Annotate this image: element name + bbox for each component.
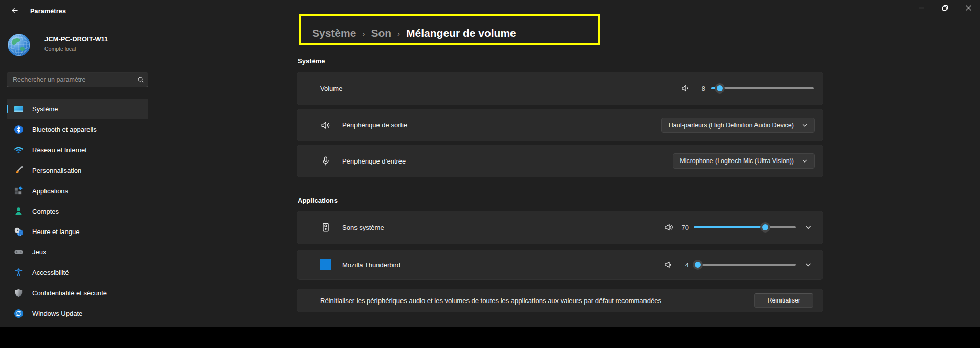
reset-button[interactable]: Réinitialiser (754, 293, 813, 308)
system-sounds-label: Sons système (342, 224, 384, 231)
output-device-card: Périphérique de sortie Haut-parleurs (Hi… (297, 109, 823, 141)
restore-icon (942, 4, 948, 13)
slider-track (694, 264, 796, 266)
output-device-label: Périphérique de sortie (342, 121, 407, 129)
chevron-down-icon (801, 158, 808, 164)
thunderbird-card: Mozilla Thunderbird 4 (297, 250, 823, 280)
thunderbird-value: 4 (679, 261, 689, 269)
apps-icon (14, 186, 24, 196)
thunderbird-expander[interactable] (800, 261, 816, 268)
microphone-icon (320, 155, 332, 167)
accessibility-icon (14, 268, 24, 277)
taskbar-area (0, 327, 980, 348)
input-device-dropdown[interactable]: Microphone (Logitech Mic (Ultra Vision)) (673, 153, 815, 169)
close-button[interactable] (956, 0, 980, 16)
sidebar-item-label: Réseau et Internet (32, 146, 87, 154)
sidebar-item-systeme[interactable]: Système (7, 99, 148, 119)
network-icon (14, 145, 24, 155)
sidebar-item-confidentialite[interactable]: Confidentialité et sécurité (7, 283, 148, 303)
sidebar-item-reseau[interactable]: Réseau et Internet (7, 140, 148, 160)
restore-button[interactable] (933, 0, 956, 16)
sidebar-nav: Système Bluetooth et appareils Réseau et… (7, 99, 148, 323)
slider-thumb[interactable] (715, 83, 725, 94)
input-device-label: Périphérique d’entrée (342, 157, 406, 165)
breadcrumb-son[interactable]: Son (371, 27, 391, 39)
window-controls (909, 0, 980, 16)
system-sounds-value: 70 (679, 224, 689, 231)
thunderbird-app-icon (320, 259, 332, 270)
speaker-loud-icon[interactable] (664, 222, 674, 233)
breadcrumb-systeme[interactable]: Système (312, 27, 356, 39)
system-icon (14, 104, 24, 114)
input-device-value: Microphone (Logitech Mic (Ultra Vision)) (680, 157, 794, 165)
volume-slider[interactable] (711, 83, 814, 94)
sidebar-item-label: Jeux (32, 248, 46, 256)
sidebar-item-bluetooth[interactable]: Bluetooth et appareils (7, 119, 148, 140)
chevron-down-icon (801, 122, 808, 128)
breadcrumb-separator: › (397, 29, 400, 38)
sidebar-item-applications[interactable]: Applications (7, 180, 148, 201)
privacy-icon (14, 288, 24, 298)
minimize-icon (919, 4, 924, 13)
gaming-icon (14, 247, 24, 257)
slider-thumb[interactable] (693, 260, 703, 270)
bluetooth-icon (14, 125, 24, 134)
system-sounds-card: Sons système 70 (297, 211, 823, 244)
thunderbird-slider[interactable] (694, 259, 796, 270)
back-arrow-icon (11, 7, 18, 16)
windows-update-icon (14, 309, 24, 318)
back-button[interactable] (5, 4, 24, 18)
speaker-quiet-icon[interactable] (664, 260, 674, 270)
app-title: Paramètres (30, 8, 66, 15)
speaker-low-icon[interactable] (681, 83, 691, 94)
volume-value: 8 (697, 85, 705, 92)
output-device-value: Haut-parleurs (High Definition Audio Dev… (669, 122, 794, 129)
sidebar-item-label: Confidentialité et sécurité (32, 289, 107, 297)
time-language-icon (14, 227, 24, 237)
reset-description: Réinitialiser les périphériques audio et… (320, 297, 661, 305)
user-avatar[interactable] (8, 34, 30, 56)
sidebar-item-label: Applications (32, 187, 68, 195)
reset-card: Réinitialiser les périphériques audio et… (297, 289, 823, 312)
sidebar-item-comptes[interactable]: Comptes (7, 201, 148, 221)
sidebar-item-label: Heure et langue (32, 228, 80, 236)
sidebar-item-accessibilite[interactable]: Accessibilité (7, 262, 148, 283)
system-sounds-slider[interactable] (694, 222, 796, 233)
sidebar-item-jeux[interactable]: Jeux (7, 242, 148, 262)
system-sounds-expander[interactable] (800, 224, 816, 231)
breadcrumb-separator: › (362, 29, 365, 38)
personalization-icon (14, 166, 24, 175)
sidebar-item-label: Accessibilité (32, 269, 69, 276)
device-name: JCM-PC-DROIT-W11 (44, 35, 108, 43)
sidebar-item-windows-update[interactable]: Windows Update (7, 303, 148, 323)
sidebar-item-label: Windows Update (32, 310, 82, 317)
volume-label: Volume (320, 85, 342, 92)
accounts-icon (14, 206, 24, 216)
thunderbird-label: Mozilla Thunderbird (342, 261, 400, 269)
account-type: Compte local (44, 45, 76, 52)
slider-track (711, 87, 814, 89)
minimize-button[interactable] (909, 0, 933, 16)
slider-thumb[interactable] (760, 222, 770, 233)
search-input[interactable] (7, 76, 133, 83)
input-device-card: Périphérique d’entrée Microphone (Logite… (297, 145, 823, 177)
sidebar-item-personnalisation[interactable]: Personnalisation (7, 160, 148, 180)
sidebar-item-label: Système (32, 105, 58, 113)
section-title-systeme: Système (298, 57, 325, 65)
output-device-dropdown[interactable]: Haut-parleurs (High Definition Audio Dev… (661, 118, 815, 133)
slider-fill (694, 226, 765, 228)
search-box (7, 72, 148, 87)
speaker-box-icon (320, 222, 332, 233)
speaker-loud-icon (320, 120, 332, 131)
search-icon (133, 76, 148, 83)
sidebar-item-label: Personnalisation (32, 167, 81, 174)
sidebar-item-label: Bluetooth et appareils (32, 126, 97, 133)
page-title: Mélangeur de volume (406, 27, 516, 39)
annotation-highlight: Système › Son › Mélangeur de volume (299, 14, 600, 45)
sidebar-item-label: Comptes (32, 207, 59, 215)
close-icon (966, 4, 971, 13)
section-title-applications: Applications (298, 197, 338, 204)
sidebar-item-heure-langue[interactable]: Heure et langue (7, 221, 148, 242)
globe-avatar-icon (8, 34, 30, 56)
volume-card: Volume 8 (297, 72, 823, 105)
